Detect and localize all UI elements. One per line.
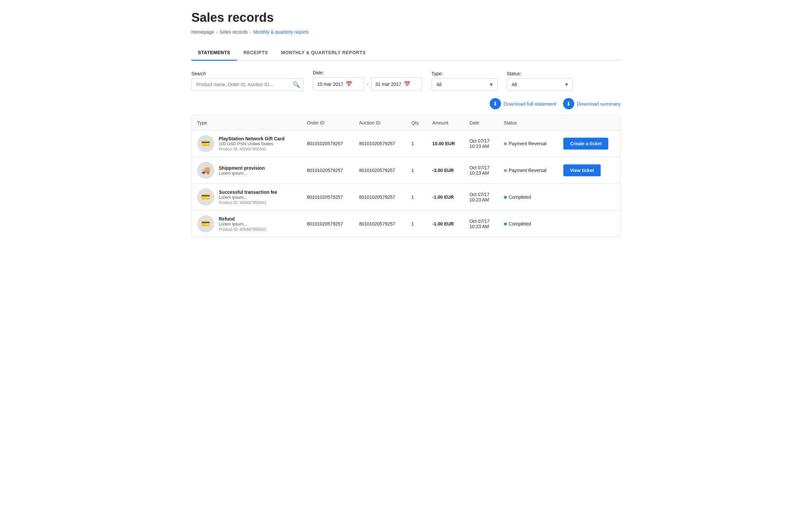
col-action	[558, 116, 620, 130]
date-to-value: 31 mar 2017	[375, 82, 402, 87]
date-group: Date: 10 mar 2017 📅 - 31 mar 2017 📅	[313, 70, 422, 91]
date-range: 10 mar 2017 📅 - 31 mar 2017 📅	[313, 77, 422, 91]
qty-cell-2: 1	[406, 184, 427, 211]
records-table: Type Order ID Auction ID Qty. Amount Dat…	[192, 116, 620, 237]
qty-cell-1: 1	[406, 157, 427, 184]
status-group: Status: All Completed Payment Reversal ▼	[507, 71, 573, 91]
date-cell-2: Oct 07/1710:23 AM	[464, 184, 499, 211]
product-name: Successful transaction fee	[219, 189, 278, 195]
type-select[interactable]: All Payment Refund Fee	[432, 78, 498, 91]
product-icon: 💳	[197, 215, 214, 233]
download-row: ⬇ Download full statement ⬇ Download sum…	[192, 98, 621, 109]
amount-cell-3: -1.00 EUR	[427, 211, 464, 237]
status-cell-2: Completed	[499, 184, 558, 211]
download-summary-button[interactable]: ⬇ Download summary	[563, 98, 621, 109]
table-wrapper: Type Order ID Auction ID Qty. Amount Dat…	[192, 115, 621, 237]
date-to[interactable]: 31 mar 2017 📅	[371, 77, 422, 91]
action-button-1[interactable]: View ticket	[563, 164, 600, 176]
table-row: 💳 Successful transaction fee Lorem ipsum…	[192, 184, 620, 211]
status-dot	[504, 169, 507, 172]
amount-value: -1.00 EUR	[432, 194, 454, 200]
status-dot	[504, 222, 507, 225]
col-type: Type	[192, 116, 302, 130]
date-from[interactable]: 10 mar 2017 📅	[313, 77, 364, 91]
download-full-statement-button[interactable]: ⬇ Download full statement	[490, 98, 556, 109]
date-cell-1: Oct 07/1710:23 AM	[464, 157, 499, 184]
action-cell-3	[558, 211, 620, 237]
table-header-row: Type Order ID Auction ID Qty. Amount Dat…	[192, 116, 620, 130]
status-dot	[504, 142, 507, 145]
status-select[interactable]: All Completed Payment Reversal	[507, 78, 573, 91]
search-input[interactable]	[192, 78, 304, 91]
product-name: Shippment provision	[219, 165, 265, 171]
date-cell-3: Oct 07/1710:23 AM	[464, 211, 499, 237]
status-dot	[504, 196, 507, 199]
status-cell-1: Payment Reversal	[499, 157, 558, 184]
download-summary-label: Download summary	[577, 101, 621, 107]
product-sub: Lorem ipsum...	[219, 221, 266, 226]
amount-cell-1: -3.00 EUR	[427, 157, 464, 184]
product-sub: Lorem ipsum...	[219, 195, 278, 200]
download-full-icon: ⬇	[490, 98, 501, 109]
product-id: Product ID: 456487956542	[219, 227, 266, 232]
status-cell-3: Completed	[499, 211, 558, 237]
table-row: 💳 PlayStation Network Gift Card 100 USD …	[192, 130, 620, 157]
search-wrapper: 🔍	[192, 78, 304, 91]
type-select-wrapper: All Payment Refund Fee ▼	[432, 78, 498, 91]
product-icon: 🚚	[197, 162, 214, 179]
search-group: Search 🔍	[192, 71, 304, 91]
action-cell-0: Create a ticket	[558, 130, 620, 157]
col-auction-id: Auction ID	[354, 116, 406, 130]
tabs-bar: STATEMENTS RECEIPTS MONTHLY & QUARTERLY …	[192, 45, 621, 61]
type-cell-3: 💳 Refund Lorem ipsum... Product ID: 4564…	[192, 211, 302, 237]
status-label: Completed	[509, 194, 531, 200]
breadcrumb: Homepage › Seles records › Monthly & qua…	[192, 29, 621, 35]
product-icon: 💳	[197, 135, 214, 152]
order-id-cell-0: 80101020579257	[302, 130, 354, 157]
col-date: Date	[464, 116, 499, 130]
auction-id-cell-3: 80101020579257	[354, 211, 406, 237]
calendar-from-icon: 📅	[346, 81, 352, 87]
date-separator: -	[367, 81, 369, 87]
product-name: Refund	[219, 216, 266, 221]
tab-receipts[interactable]: RECEIPTS	[237, 45, 274, 61]
status-label: Status:	[507, 71, 573, 76]
tab-statements[interactable]: STATEMENTS	[192, 45, 237, 61]
product-icon: 💳	[197, 188, 214, 206]
col-amount: Amount	[427, 116, 464, 130]
search-label: Search	[192, 71, 304, 76]
tab-monthly-quarterly[interactable]: MONTHLY & QUARTERLY REPORTS	[274, 45, 372, 61]
action-button-0[interactable]: Create a ticket	[563, 138, 608, 150]
date-cell-0: Oct 07/1710:23 AM	[464, 130, 499, 157]
status-label: Payment Reversal	[509, 168, 547, 173]
type-label: Type:	[432, 71, 498, 76]
amount-cell-2: -1.00 EUR	[427, 184, 464, 211]
type-cell-0: 💳 PlayStation Network Gift Card 100 USD …	[192, 130, 302, 157]
status-label: Payment Reversal	[509, 141, 547, 146]
product-sub: 100 USD PSN United States	[219, 141, 285, 146]
order-id-cell-3: 80101020579257	[302, 211, 354, 237]
product-name: PlayStation Network Gift Card	[219, 136, 285, 141]
date-from-value: 10 mar 2017	[317, 82, 343, 87]
breadcrumb-homepage[interactable]: Homepage	[192, 29, 214, 35]
table-row: 🚚 Shippment provision Lorem ipsum... 801…	[192, 157, 620, 184]
filters-row: Search 🔍 Date: 10 mar 2017 📅 - 31 mar 20…	[192, 70, 621, 91]
type-cell-1: 🚚 Shippment provision Lorem ipsum...	[192, 157, 302, 184]
qty-cell-0: 1	[406, 130, 427, 157]
calendar-to-icon: 📅	[404, 81, 410, 87]
amount-value: 10.00 EUR	[432, 141, 455, 146]
action-cell-1: View ticket	[558, 157, 620, 184]
auction-id-cell-2: 80101020579257	[354, 184, 406, 211]
breadcrumb-sales-records[interactable]: Seles records	[220, 29, 248, 35]
breadcrumb-active: Monthly & quarterly reports	[253, 29, 309, 35]
date-label: Date:	[313, 70, 422, 75]
type-group: Type: All Payment Refund Fee ▼	[432, 71, 498, 91]
col-qty: Qty.	[406, 116, 427, 130]
amount-cell-0: 10.00 EUR	[427, 130, 464, 157]
amount-value: -1.00 EUR	[432, 221, 454, 226]
col-status: Status	[499, 116, 558, 130]
status-label: Completed	[509, 221, 531, 226]
product-sub: Lorem ipsum...	[219, 171, 265, 176]
order-id-cell-2: 80101020579257	[302, 184, 354, 211]
search-icon: 🔍	[293, 81, 300, 88]
